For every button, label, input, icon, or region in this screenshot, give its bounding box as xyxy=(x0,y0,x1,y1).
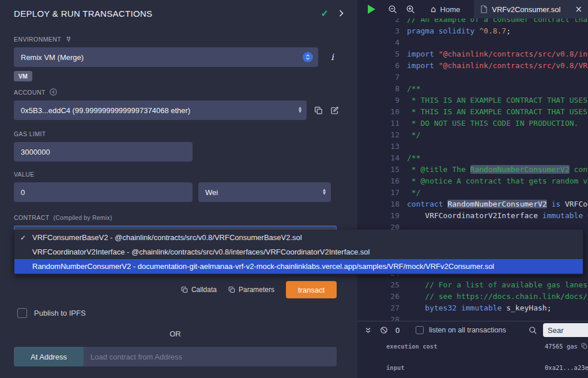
search-icon xyxy=(529,326,537,335)
code-line: 19 VRFCoordinatorV2Interface immutable C… xyxy=(357,210,588,222)
contract-sublabel: (Compiled by Remix) xyxy=(54,214,112,221)
copy-icon xyxy=(228,286,235,293)
tab-active-label: VRFv2Consumer.sol xyxy=(492,5,560,14)
or-divider: OR xyxy=(14,330,337,338)
editor-topbar: ⌂ Home VRFv2Consumer.sol × xyxy=(357,0,588,18)
terminal-search-input[interactable] xyxy=(543,323,588,337)
terminal-row: input0xa21...a23e xyxy=(386,363,588,372)
zoom-in-icon[interactable] xyxy=(406,5,416,14)
tab-home-label: Home xyxy=(440,5,461,14)
plus-circle-icon[interactable] xyxy=(50,88,57,96)
code-line: 25 // For a list of available gas lanes … xyxy=(357,279,588,291)
contract-dropdown: ✓VRFConsumerBaseV2 - @chainlink/contract… xyxy=(14,230,583,275)
environment-select[interactable]: Remix VM (Merge) xyxy=(14,47,318,67)
code-line: 17 */ xyxy=(357,187,588,199)
value-input[interactable] xyxy=(14,182,193,202)
terminal: 0 listen on all transactions execution c… xyxy=(357,321,588,378)
copy-icon xyxy=(181,286,188,293)
contract-option[interactable]: VRFCoordinatorV2Interface - @chainlink/c… xyxy=(14,245,583,259)
code-line: 13 xyxy=(357,141,588,152)
code-line: 15 * @title The RandomNumberConsumerV2 c… xyxy=(357,164,588,175)
account-row: 0x5B3...eddC4 (99.99999999999997374068 e… xyxy=(14,100,344,120)
contract-option[interactable]: ✓VRFConsumerBaseV2 - @chainlink/contract… xyxy=(14,230,583,245)
code-line: 6import "@chainlink/contracts/src/v0.8/V… xyxy=(357,60,588,72)
account-label-row: ACCOUNT xyxy=(14,88,344,96)
environment-label: ENVIRONMENT xyxy=(14,36,61,43)
listen-all-transactions-label: listen on all transactions xyxy=(429,326,506,334)
code-line: 12 */ xyxy=(357,129,588,141)
account-selected-value: 0x5B3...eddC4 (99.99999999999997374068 e… xyxy=(21,106,190,115)
code-line: 14/** xyxy=(357,152,588,164)
at-address-input[interactable] xyxy=(84,347,337,366)
code-line: 27 bytes32 immutable s_keyHash; xyxy=(357,302,588,314)
select-arrows-icon: ▲▼ xyxy=(323,182,326,202)
listen-all-transactions-checkbox[interactable] xyxy=(416,326,424,334)
code-line: 11 * DO NOT USE THIS CODE IN PRODUCTION. xyxy=(357,118,588,129)
code-line: 2// An example of a consumer contract th… xyxy=(357,18,588,25)
contract-option[interactable]: RandomNumberConsumerV2 - documentation-g… xyxy=(14,259,583,274)
tab-home[interactable]: ⌂ Home xyxy=(431,4,460,14)
code-editor[interactable]: 2// An example of a consumer contract th… xyxy=(357,18,588,321)
value-row: Wei ▲▼ xyxy=(14,182,344,202)
code-line: 26 // see https://docs.chain.link/docs/v… xyxy=(357,291,588,302)
value-label-row: VALUE xyxy=(14,171,344,178)
code-line: 10 * THIS IS AN EXAMPLE CONTRACT THAT US… xyxy=(357,106,588,118)
at-address-button[interactable]: At Address xyxy=(14,347,84,366)
terminal-row-key: input xyxy=(386,364,545,371)
terminal-toolbar: 0 listen on all transactions xyxy=(357,321,588,339)
terminal-row-key: execution cost xyxy=(386,343,545,350)
code-line: 5import "@chainlink/contracts/src/v0.8/i… xyxy=(357,48,588,60)
pending-tx-count: 0 xyxy=(395,326,399,335)
transact-button[interactable]: transact xyxy=(286,281,337,298)
code-line: 4 xyxy=(357,37,588,48)
chevron-right-icon[interactable] xyxy=(339,10,344,17)
home-icon: ⌂ xyxy=(431,4,436,14)
account-select[interactable]: 0x5B3...eddC4 (99.99999999999997374068 e… xyxy=(14,100,307,120)
contract-label-row: CONTRACT (Compiled by Remix) xyxy=(14,214,344,221)
terminal-row: execution cost47565 gas xyxy=(386,342,588,350)
run-script-play-icon[interactable] xyxy=(368,5,375,14)
editor-panel: ⌂ Home VRFv2Consumer.sol × 2// An exampl… xyxy=(357,0,588,378)
calldata-button[interactable]: Calldata xyxy=(181,286,217,294)
gas-limit-label-row: GAS LIMIT xyxy=(14,130,344,137)
environment-label-row: ENVIRONMENT xyxy=(14,36,344,43)
edit-account-icon[interactable] xyxy=(330,106,339,115)
contract-option-label: VRFConsumerBaseV2 - @chainlink/contracts… xyxy=(32,233,302,242)
deploy-panel-content: ENVIRONMENT Remix VM (Merge) i VM ACCOUN… xyxy=(0,36,357,366)
panel-header: DEPLOY & RUN TRANSACTIONS ✓ xyxy=(0,0,357,21)
select-arrows-icon: ▲▼ xyxy=(299,100,301,120)
terminal-row-value: 47565 gas xyxy=(545,343,587,350)
remix-ide: DEPLOY & RUN TRANSACTIONS ✓ ENVIRONMENT … xyxy=(0,0,588,378)
contract-option-label: VRFCoordinatorV2Interface - @chainlink/c… xyxy=(32,248,370,256)
contract-option-label: RandomNumberConsumerV2 - documentation-g… xyxy=(32,262,494,271)
publish-ipfs-checkbox[interactable] xyxy=(17,308,27,318)
publish-row: Publish to IPFS xyxy=(17,308,344,318)
zoom-out-icon[interactable] xyxy=(388,5,398,14)
copy-account-icon[interactable] xyxy=(314,106,323,115)
value-unit-select[interactable]: Wei ▲▼ xyxy=(198,182,331,202)
clear-console-ban-icon[interactable] xyxy=(380,326,388,334)
info-icon[interactable]: i xyxy=(331,52,334,62)
at-address-row: At Address xyxy=(14,347,337,366)
code-line: 16 * @notice A contract that gets random… xyxy=(357,175,588,187)
contract-select[interactable] xyxy=(14,226,337,230)
parameters-button[interactable]: Parameters xyxy=(228,286,274,294)
select-caret-badge-icon xyxy=(303,52,313,62)
actions-row: Calldata Parameters transact xyxy=(14,281,337,298)
expand-terminal-chevrons-icon[interactable] xyxy=(364,327,372,334)
parameters-label: Parameters xyxy=(239,286,274,294)
gas-limit-input[interactable] xyxy=(14,142,193,162)
panel-title: DEPLOY & RUN TRANSACTIONS xyxy=(14,9,152,18)
gas-limit-label: GAS LIMIT xyxy=(14,130,46,137)
contract-label: CONTRACT xyxy=(14,214,50,221)
close-tab-icon[interactable]: × xyxy=(575,4,582,14)
calldata-label: Calldata xyxy=(191,286,217,294)
account-label: ACCOUNT xyxy=(14,89,46,96)
environment-selected-value: Remix VM (Merge) xyxy=(21,53,84,62)
copy-icon[interactable] xyxy=(581,343,587,349)
vm-badge: VM xyxy=(14,71,32,81)
value-unit-selected: Wei xyxy=(205,188,218,197)
tab-vrfv2consumer[interactable]: VRFv2Consumer.sol × xyxy=(474,0,588,18)
code-line: 7 xyxy=(357,72,588,83)
terminal-row-value: 0xa21...a23e xyxy=(545,364,588,371)
